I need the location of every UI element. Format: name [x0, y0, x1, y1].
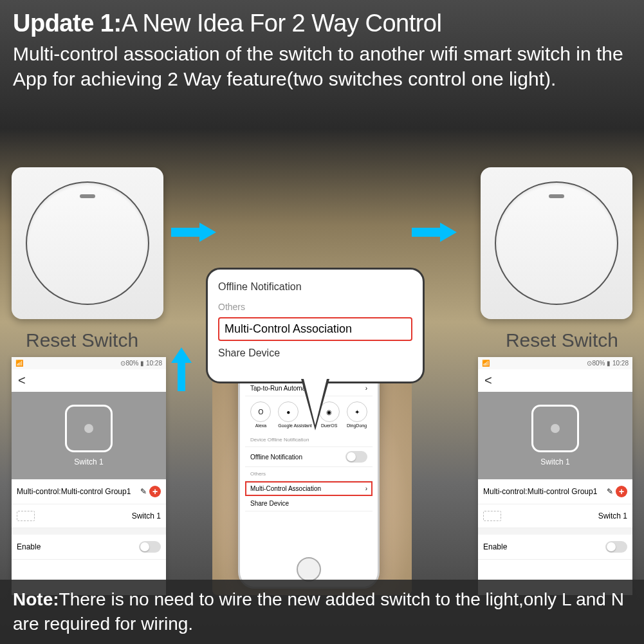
- back-button[interactable]: <: [478, 369, 632, 392]
- arrow-right-icon: [171, 219, 216, 248]
- switch-label: Switch 1: [478, 457, 632, 466]
- app-screenshot-right: 📶 ⊙80% ▮ 10:28 < Switch 1 Multi-control:…: [478, 357, 632, 595]
- icon-label: DingDong: [347, 423, 367, 428]
- svg-marker-0: [171, 223, 216, 242]
- phone-home-button[interactable]: [297, 557, 321, 582]
- switch-led-icon: [80, 194, 95, 198]
- title-prefix: Update 1:: [13, 10, 122, 37]
- phone-section-label: Device Offline Notification: [245, 433, 373, 447]
- device-icon: [483, 511, 501, 521]
- switch-tile[interactable]: [65, 405, 113, 452]
- note-label: Note:: [13, 589, 59, 609]
- switch-button: [495, 181, 618, 305]
- phone-row-label: Multi-Control Association: [250, 485, 321, 492]
- note-text: There is no need to wire the new added s…: [13, 589, 624, 634]
- phone-row-label: Offline Notification: [250, 454, 302, 461]
- callout-item-offline: Offline Notification: [218, 276, 412, 298]
- switch-dot-icon: [551, 424, 560, 433]
- enable-toggle[interactable]: [605, 541, 627, 553]
- back-button[interactable]: <: [12, 369, 166, 392]
- status-battery: ⊙80% ▮ 10:28: [587, 360, 629, 367]
- arrow-right-icon: [412, 219, 457, 248]
- status-signal-icon: 📶: [15, 360, 23, 367]
- switch-preview-area: Switch 1: [12, 392, 166, 479]
- switch-button: [26, 181, 149, 305]
- switch-name: Switch 1: [132, 511, 161, 520]
- switch-name: Switch 1: [598, 511, 627, 520]
- callout-item-mca-highlighted: Multi-Control Association: [218, 317, 412, 341]
- multi-control-row[interactable]: Multi-control:Multi-control Group1 ✎ +: [12, 479, 166, 504]
- settings-callout: Offline Notification Others Multi-Contro…: [206, 268, 425, 383]
- switch-led-icon: [549, 194, 564, 198]
- dingdong-icon: ✦: [347, 401, 367, 422]
- multi-control-row[interactable]: Multi-control:Multi-control Group1 ✎ +: [478, 479, 632, 504]
- app-screenshot-left: 📶 ⊙80% ▮ 10:28 < Switch 1 Multi-control:…: [12, 357, 166, 595]
- arrow-up-icon: [171, 347, 192, 394]
- enable-row: Enable: [12, 535, 166, 560]
- chevron-right-icon: ›: [365, 385, 367, 392]
- status-bar: 📶 ⊙80% ▮ 10:28: [478, 357, 632, 369]
- status-bar: 📶 ⊙80% ▮ 10:28: [12, 357, 166, 369]
- divider: [478, 528, 632, 535]
- title-sub: A New Idea For 2 Way Control: [122, 10, 442, 37]
- alexa-icon: O: [250, 401, 271, 422]
- reset-label-left: Reset Switch: [26, 329, 138, 351]
- multi-control-label: Multi-control:Multi-control Group1: [483, 487, 597, 496]
- edit-icon[interactable]: ✎: [140, 487, 147, 496]
- enable-toggle[interactable]: [139, 541, 161, 553]
- device-icon: [17, 511, 35, 521]
- switch-label: Switch 1: [12, 457, 166, 466]
- edit-icon[interactable]: ✎: [607, 487, 613, 496]
- enable-label: Enable: [483, 542, 507, 551]
- switch-dot-icon: [84, 424, 93, 433]
- svg-marker-2: [171, 347, 192, 391]
- svg-marker-1: [412, 223, 457, 242]
- integration-item[interactable]: OAlexa: [250, 401, 271, 428]
- integration-item[interactable]: ✦DingDong: [347, 401, 367, 428]
- phone-section-others: Others: [245, 467, 373, 481]
- enable-row: Enable: [478, 535, 632, 560]
- multi-control-label: Multi-control:Multi-control Group1: [17, 487, 131, 496]
- phone-row-share[interactable]: Share Device: [245, 496, 373, 511]
- callout-section-others: Others: [218, 298, 412, 316]
- add-button[interactable]: +: [616, 486, 627, 497]
- page-description: Multi-control association of the switch …: [13, 41, 631, 91]
- chevron-right-icon: ›: [365, 485, 367, 492]
- divider: [12, 528, 166, 535]
- phone-row-offline[interactable]: Offline Notification: [245, 447, 373, 467]
- header-block: Update 1:A New Idea For 2 Way Control Mu…: [13, 10, 631, 91]
- switch-row[interactable]: Switch 1: [12, 504, 166, 528]
- toggle-switch[interactable]: [345, 451, 367, 463]
- switch-tile[interactable]: [531, 405, 579, 452]
- icon-label: Alexa: [250, 423, 271, 428]
- enable-label: Enable: [17, 542, 41, 551]
- phone-row-mca-highlighted[interactable]: Multi-Control Association›: [245, 481, 373, 496]
- switch-row[interactable]: Switch 1: [478, 504, 632, 528]
- switch-preview-area: Switch 1: [478, 392, 632, 479]
- google-assistant-icon: ●: [278, 401, 299, 422]
- note-footer: Note:There is no need to wire the new ad…: [0, 580, 644, 644]
- phone-row-label: Share Device: [250, 500, 289, 507]
- physical-switch-right: [481, 167, 632, 319]
- add-button[interactable]: +: [149, 486, 161, 497]
- physical-switch-left: [12, 167, 163, 319]
- status-battery: ⊙80% ▮ 10:28: [120, 360, 162, 367]
- callout-item-share: Share Device: [218, 342, 412, 364]
- status-signal-icon: 📶: [482, 360, 490, 367]
- page-title: Update 1:A New Idea For 2 Way Control: [13, 10, 631, 37]
- reset-label-right: Reset Switch: [506, 329, 618, 351]
- callout-pointer-inner-icon: [304, 379, 327, 425]
